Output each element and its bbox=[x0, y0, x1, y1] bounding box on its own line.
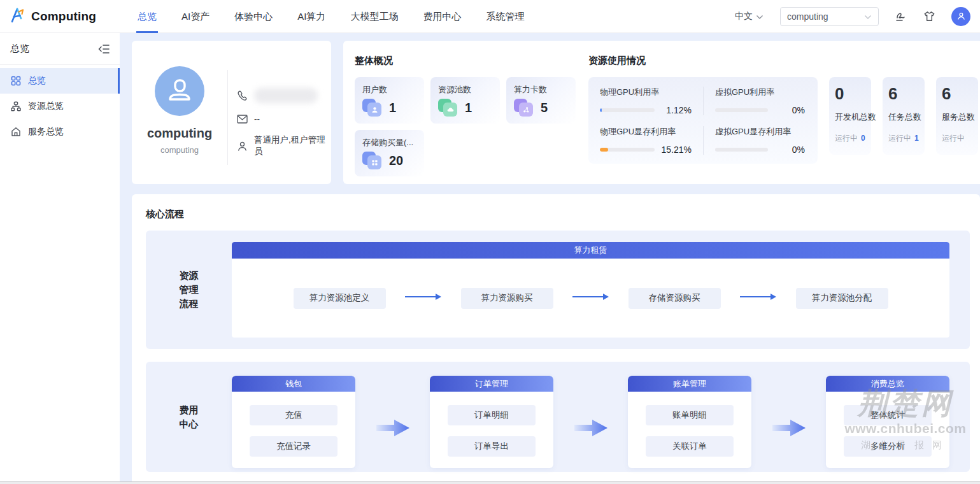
flow-step-storage-purchase[interactable]: 存储资源购买 bbox=[628, 288, 721, 309]
meter-physical-gpu-mem: 物理GPU显存利用率 15.21% bbox=[600, 126, 703, 155]
stat-card-storage: 存储购买量(... 20 bbox=[355, 130, 424, 176]
stat-sub-label: 运行中 bbox=[942, 134, 965, 143]
gpu-usage-card: 物理GPU利用率 1.12% 虚拟GPU利用率 0% bbox=[588, 77, 818, 164]
user-contact-info: -- 普通用户,租户管理员 bbox=[228, 41, 331, 184]
cost-item-overall-stats[interactable]: 整体统计 bbox=[844, 405, 932, 425]
cost-item-bill-details[interactable]: 账单明细 bbox=[646, 405, 734, 425]
sidebar-item-label: 资源总览 bbox=[28, 101, 64, 112]
user-avatar-large bbox=[155, 66, 204, 116]
stat-card-resource-pools: 资源池数 1 bbox=[430, 77, 500, 124]
sidebar-item-service-overview[interactable]: 服务总览 bbox=[0, 119, 120, 145]
user-email-row: -- bbox=[237, 114, 331, 124]
cloud-icon bbox=[438, 99, 458, 117]
brand-logo[interactable]: Computing bbox=[9, 7, 131, 26]
user-phone-row bbox=[237, 88, 331, 103]
sidebar: 总览 总览 bbox=[0, 33, 120, 484]
cost-item-recharge[interactable]: 充值 bbox=[250, 405, 337, 425]
stat-label: 服务总数 bbox=[942, 111, 978, 123]
sidebar-collapse-icon[interactable] bbox=[98, 44, 110, 54]
overview-cards: 用户数 1 bbox=[355, 77, 576, 176]
flow-label-line: 中心 bbox=[180, 417, 199, 431]
cost-column-title: 钱包 bbox=[232, 376, 355, 392]
flow-banner: 算力租赁 bbox=[232, 242, 949, 259]
user-role-row: 普通用户,租户管理员 bbox=[237, 134, 331, 157]
cost-item-multidim-analysis[interactable]: 多维分析 bbox=[844, 436, 932, 457]
language-label: 中文 bbox=[735, 11, 753, 22]
cost-item-order-details[interactable]: 订单明细 bbox=[448, 405, 536, 425]
cost-center-label: 费用 中心 bbox=[146, 362, 232, 472]
core-process-panel: 核心流程 资源 管理 流程 算力租赁 算力资源池定义 bbox=[132, 194, 980, 484]
nav-item-overview[interactable]: 总览 bbox=[138, 0, 157, 33]
phone-icon bbox=[237, 90, 248, 101]
cost-item-recharge-records[interactable]: 充值记录 bbox=[250, 436, 337, 457]
user-subtitle: computing bbox=[132, 145, 227, 155]
meter-label: 虚拟GPU利用率 bbox=[715, 87, 805, 98]
stat-value: 6 bbox=[888, 84, 925, 104]
block-arrow-icon bbox=[574, 418, 607, 438]
molecule-icon bbox=[514, 99, 534, 117]
user-email-value: -- bbox=[254, 114, 260, 124]
overview-section-title: 整体概况 bbox=[355, 55, 576, 67]
meter-label: 物理GPU显存利用率 bbox=[600, 126, 692, 138]
flow-step-pool-define[interactable]: 算力资源池定义 bbox=[294, 288, 386, 309]
flow-label-line: 管理 bbox=[180, 283, 199, 297]
nav-item-system-admin[interactable]: 系统管理 bbox=[486, 0, 524, 33]
cost-item-linked-orders[interactable]: 关联订单 bbox=[646, 436, 734, 457]
stat-sub-value: 1 bbox=[914, 134, 919, 143]
person-icon bbox=[237, 141, 248, 152]
sitemap-icon bbox=[11, 101, 21, 111]
flow-step-pool-allocate[interactable]: 算力资源池分配 bbox=[796, 288, 888, 309]
stat-card-label: 用户数 bbox=[362, 84, 416, 96]
tenant-select[interactable]: computing bbox=[780, 7, 879, 26]
nav-item-experience-center[interactable]: 体验中心 bbox=[234, 0, 273, 33]
sidebar-item-overview[interactable]: 总览 bbox=[0, 68, 120, 94]
user-avatar-button[interactable] bbox=[951, 7, 970, 26]
chevron-down-icon bbox=[756, 11, 763, 22]
sidebar-menu: 总览 资源总览 bbox=[0, 65, 120, 145]
stat-label: 任务总数 bbox=[888, 111, 925, 123]
stat-card-dev-machines: 0 开发机总数 运行中0 bbox=[829, 77, 871, 155]
nav-item-ai-computing[interactable]: AI算力 bbox=[297, 0, 325, 33]
nav-item-ai-assets[interactable]: AI资产 bbox=[181, 0, 209, 33]
mail-icon bbox=[237, 115, 248, 124]
sidebar-item-label: 总览 bbox=[28, 75, 46, 87]
brand-name: Computing bbox=[31, 10, 96, 24]
stat-label: 开发机总数 bbox=[835, 111, 871, 123]
stat-sub-label: 运行中 bbox=[835, 134, 858, 143]
progress-bar bbox=[600, 148, 655, 152]
grid-icon bbox=[11, 76, 21, 86]
stat-card-label: 算力卡数 bbox=[514, 84, 568, 96]
main-nav: 总览 AI资产 体验中心 AI算力 大模型工场 费用中心 系统管理 bbox=[138, 0, 524, 33]
language-switcher[interactable]: 中文 bbox=[735, 11, 763, 22]
meter-label: 虚拟GPU显存利用率 bbox=[715, 126, 805, 138]
person-icon bbox=[956, 11, 967, 22]
signature-icon[interactable] bbox=[894, 10, 907, 23]
sidebar-item-resource-overview[interactable]: 资源总览 bbox=[0, 94, 120, 119]
stat-card-label: 存储购买量(... bbox=[362, 137, 416, 148]
flow-step-resource-purchase[interactable]: 算力资源购买 bbox=[461, 288, 553, 309]
overview-usage-panel: 整体概况 用户数 1 bbox=[343, 41, 980, 184]
horizontal-scrollbar[interactable] bbox=[0, 481, 980, 484]
nav-item-cost-center[interactable]: 费用中心 bbox=[423, 0, 461, 33]
sidebar-header: 总览 bbox=[0, 33, 120, 65]
meter-virtual-gpu-mem: 虚拟GPU显存利用率 0% bbox=[703, 126, 806, 155]
nav-item-model-factory[interactable]: 大模型工场 bbox=[350, 0, 398, 33]
stat-sub-label: 运行中 bbox=[888, 134, 911, 143]
flow-label-line: 资源 bbox=[180, 269, 199, 283]
arrow-right-icon bbox=[571, 292, 611, 304]
stat-card-users: 用户数 1 bbox=[355, 77, 424, 124]
user-identity: computing computing bbox=[132, 41, 227, 184]
resource-flow-card: 资源 管理 流程 算力租赁 算力资源池定义 算力资源购买 bbox=[146, 231, 970, 349]
users-icon bbox=[362, 99, 382, 117]
stat-card-tasks: 6 任务总数 运行中1 bbox=[883, 77, 925, 155]
progress-bar bbox=[715, 108, 768, 112]
meter-value: 1.12% bbox=[661, 105, 692, 115]
cost-column-bills: 账单管理 账单明细 关联订单 bbox=[628, 376, 751, 468]
user-role-value: 普通用户,租户管理员 bbox=[254, 134, 331, 157]
sidebar-title: 总览 bbox=[10, 43, 29, 55]
stat-card-label: 资源池数 bbox=[438, 84, 492, 96]
cost-item-order-export[interactable]: 订单导出 bbox=[448, 436, 536, 457]
overall-overview-section: 整体概况 用户数 1 bbox=[355, 50, 576, 184]
theme-shirt-icon[interactable] bbox=[923, 10, 936, 23]
resource-flow-label: 资源 管理 流程 bbox=[146, 231, 232, 349]
